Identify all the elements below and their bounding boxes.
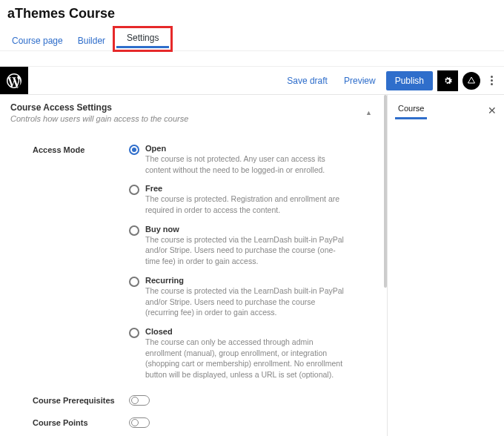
tab-settings[interactable]: Settings [116, 30, 169, 48]
radio-label: Recurring [145, 276, 366, 285]
radio-desc: The course is protected. Registration an… [145, 194, 345, 215]
collapse-toggle[interactable]: ▲ [365, 109, 372, 116]
access-mode-options: Open The course is not protected. Any us… [129, 144, 377, 389]
publish-button[interactable]: Publish [386, 71, 433, 90]
field-label-access-mode: Access Mode [10, 144, 129, 389]
radio-desc: The course is not protected. Any user ca… [145, 153, 345, 175]
radio-desc: The course can only be accessed through … [145, 337, 345, 380]
learndash-button[interactable] [462, 72, 480, 90]
save-draft-button[interactable]: Save draft [281, 71, 334, 90]
radio-label: Closed [145, 327, 366, 336]
tab-builder[interactable]: Builder [70, 31, 113, 50]
wordpress-logo[interactable] [0, 67, 28, 95]
radio-label: Open [145, 144, 366, 153]
radio-buy-now[interactable] [129, 225, 139, 236]
radio-open[interactable] [129, 145, 139, 155]
toggle-prerequisites[interactable] [129, 395, 150, 406]
close-sidebar-button[interactable]: ✕ [488, 105, 497, 116]
radio-desc: The course is protected via the LearnDas… [145, 285, 345, 318]
right-sidebar: Course ✕ [387, 95, 504, 436]
panel-access-settings: Course Access Settings Controls how user… [0, 95, 387, 436]
field-label-prereq: Course Prerequisites [10, 396, 129, 405]
tab-course-page[interactable]: Course page [4, 31, 70, 50]
main-column: Course Access Settings Controls how user… [0, 95, 387, 436]
preview-button[interactable]: Preview [338, 71, 382, 90]
page-title: aThemes Course [0, 0, 504, 29]
panel-title: Course Access Settings [10, 102, 188, 113]
radio-recurring[interactable] [129, 277, 139, 287]
radio-closed[interactable] [129, 328, 139, 338]
editor-bar: Save draft Preview Publish [0, 66, 504, 94]
radio-free[interactable] [129, 185, 139, 195]
toggle-points[interactable] [129, 417, 150, 428]
more-menu-button[interactable] [485, 73, 498, 88]
scrollbar[interactable] [384, 95, 387, 288]
settings-gear-button[interactable] [437, 70, 458, 91]
field-label-points: Course Points [10, 418, 129, 427]
sidebar-tab-course[interactable]: Course [395, 101, 427, 119]
panel-subtitle: Controls how users will gain access to t… [10, 114, 188, 123]
highlight-box: Settings [113, 26, 173, 52]
learndash-icon [467, 76, 476, 85]
radio-label: Buy now [145, 225, 366, 234]
gear-icon [442, 75, 454, 87]
top-tabs: Course page Builder Settings [0, 29, 504, 51]
radio-desc: The course is protected via the LearnDas… [145, 234, 345, 267]
radio-label: Free [145, 184, 366, 193]
